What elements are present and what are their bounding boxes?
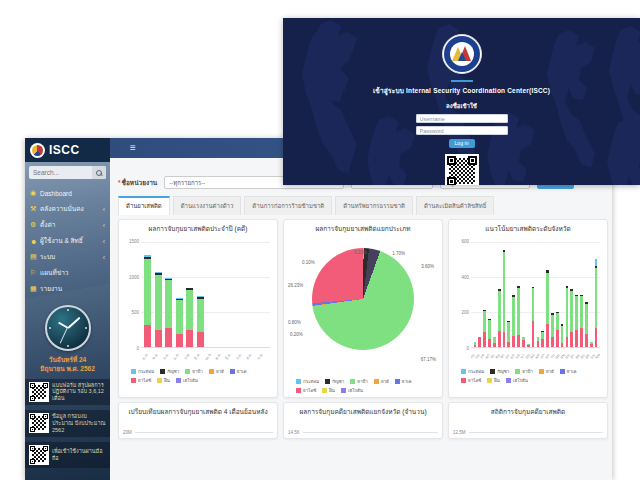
tab-natural-resources[interactable]: ด้านทรัพยากรธรรมชาติ <box>335 196 413 215</box>
bar-segment <box>144 325 151 347</box>
legend-item: กระท่อม <box>461 368 484 375</box>
legend-item: ยาไอซ์ <box>461 377 481 384</box>
tab-ip-violation[interactable]: ด้านละเมิดสินค้าลิขสิทธิ์ <box>416 196 494 215</box>
legend-label: เฮโรอีน <box>513 377 528 384</box>
bar-segment <box>575 330 578 347</box>
sidebar-item-users-permissions[interactable]: ☻ ผู้ใช้งาน & สิทธิ์ ‹ <box>25 233 110 249</box>
legend-label: ยาเค <box>567 368 577 375</box>
login-window: เข้าสู่ระบบ Internal Security Coordinati… <box>283 18 640 185</box>
chart-legend: กระท่อมกัญชายาบ้ายาอียาเคยาไอซ์ฝิ่นเฮโรอ… <box>296 378 438 394</box>
legend-item: ยาอี <box>374 378 389 385</box>
legend-label: กระท่อม <box>138 368 154 375</box>
qr-link-budget[interactable]: ข้อมูล กรอบงบประมาณ ปีงบประมาณ 2562 <box>25 410 110 437</box>
password-field[interactable] <box>416 126 508 135</box>
legend-item: ยาบ้า <box>350 378 368 385</box>
bar-segment <box>541 339 544 347</box>
bar-segment <box>546 324 549 347</box>
bar <box>517 242 521 347</box>
legend-item: กัญชา <box>325 378 344 385</box>
bar-segment <box>507 342 510 347</box>
sidebar-item-system[interactable]: ▤ ระบบ ‹ <box>25 249 110 265</box>
bar-segment <box>575 296 578 330</box>
legend-label: เฮโรอีน <box>348 387 363 394</box>
legend-item: เฮโรอีน <box>506 377 528 384</box>
legend-swatch <box>131 378 136 383</box>
legend-item: กัญชา <box>160 368 179 375</box>
legend-row: ยาไอซ์ฝิ่นเฮโรอีน <box>131 377 273 384</box>
qr-link-mobile-access[interactable]: เพื่อเข้าใช้งานผ่านมือถือ <box>25 442 110 468</box>
login-qr-code <box>445 154 479 185</box>
bar-segment <box>566 337 569 348</box>
legend-row: กระท่อมกัญชายาบ้ายาอียาเค <box>131 368 273 375</box>
bar-segment <box>517 335 520 347</box>
agency-filter-label: *ชื่อหน่วยงาน <box>118 178 157 188</box>
tab-foreign-labor[interactable]: ด้านแรงงานต่างด้าว <box>173 196 242 215</box>
bar-segment <box>522 340 525 347</box>
gear-icon: ⚙ <box>30 221 40 229</box>
username-field[interactable] <box>416 114 508 123</box>
iscc-emblem-icon <box>30 143 45 158</box>
bar <box>185 242 195 347</box>
y-tick-label: 400 <box>461 275 469 280</box>
stacked-bar-chart: 150010005000 <box>141 242 270 348</box>
y-axis-tick: 12.5M <box>453 430 603 435</box>
sidebar-item-reports[interactable]: ▦ รายงาน <box>25 281 110 297</box>
chart-cards-row-1: ผลการจับกุมยาเสพติดประจำปี (คดี) 1500100… <box>118 219 607 398</box>
bar <box>546 242 550 347</box>
search-input[interactable] <box>29 169 92 176</box>
login-button[interactable]: Log in <box>449 139 475 148</box>
legend-swatch <box>209 369 214 374</box>
legend-swatch <box>350 379 355 384</box>
legend-swatch <box>490 369 495 374</box>
bar <box>259 242 269 347</box>
legend-swatch <box>296 388 301 393</box>
sidebar-item-security-store[interactable]: ⚒ คลังความมั่นคง ‹ <box>25 201 110 217</box>
y-tick-label: 200 <box>461 310 469 315</box>
legend-swatch <box>230 369 235 374</box>
y-tick-label: 500 <box>131 310 139 315</box>
chart-title: ผลการจับกุมยาเสพติดแยกประเภท <box>288 225 438 234</box>
chart-title: ผลการจับกุมยาเสพติดประจำปี (คดี) <box>123 225 273 234</box>
legend-item: ฝิ่น <box>322 387 335 394</box>
legend-swatch <box>506 378 511 383</box>
legend-label: ยาไอซ์ <box>468 377 481 384</box>
pie-callout: 0.10% <box>302 260 315 265</box>
sidebar-item-dashboard[interactable]: ◉ Dashboard <box>25 185 110 201</box>
chart-title: สถิติการจับกุมคดียาเสพติด <box>453 408 603 424</box>
search-submit-button[interactable] <box>92 166 106 179</box>
sidebar-item-news-map[interactable]: ⚐ แผนที่ข่าว <box>25 265 110 281</box>
bar-segment <box>512 297 515 336</box>
legend-label: ยาบ้า <box>522 368 533 375</box>
legend-swatch <box>160 369 165 374</box>
required-mark: * <box>118 179 121 186</box>
legend-label: ยาอี <box>546 368 554 375</box>
y-axis-ticks: 6004002000 <box>454 239 469 351</box>
signin-label: ลงชื่อเข้าใช้ <box>283 101 640 111</box>
hamburger-menu-icon[interactable]: ≡ <box>130 143 136 153</box>
category-tabs: ด้านยาเสพติด ด้านแรงงานต่างด้าว ด้านการก… <box>118 196 607 215</box>
monitor-icon: ▤ <box>30 253 40 261</box>
bar <box>536 242 540 347</box>
chart-card-arrests-by-type: ผลการจับกุมยาเสพติดแยกประเภท 0.20% 1.70%… <box>283 219 443 398</box>
gridline <box>303 432 438 433</box>
bar <box>584 242 588 347</box>
bar-segment <box>488 339 491 347</box>
qr-link-performance-summary[interactable]: แบบฟอร์ม สรุปผลการปฏิบัติงาน รอบ 3,6,12 … <box>25 379 110 406</box>
gridline <box>469 432 603 433</box>
bar <box>478 242 482 347</box>
legend-swatch <box>461 369 466 374</box>
wrench-icon: ⚒ <box>30 205 40 213</box>
pie-callout: 1.70% <box>392 251 405 256</box>
bar <box>507 242 511 347</box>
pie-chart: 0.20% 1.70% 3.60% 67.17% 0.20% 0.80% 26.… <box>288 248 438 376</box>
legend-item: ยาบ้า <box>185 368 203 375</box>
tab-transnational-terrorism[interactable]: ด้านการก่อการร้ายข้ามชาติ <box>244 196 332 215</box>
bar-segment <box>197 299 204 332</box>
bar-segment <box>590 344 593 347</box>
chart-legend: กระท่อมกัญชายาบ้ายาอียาเคยาไอซ์ฝิ่นเฮโรอ… <box>461 368 603 384</box>
sidebar-item-settings[interactable]: ⚙ ตั้งค่า ‹ <box>25 217 110 233</box>
legend-swatch <box>131 369 136 374</box>
tab-drugs[interactable]: ด้านยาเสพติด <box>118 196 170 215</box>
legend-label: กระท่อม <box>303 378 319 385</box>
bar <box>154 242 164 347</box>
